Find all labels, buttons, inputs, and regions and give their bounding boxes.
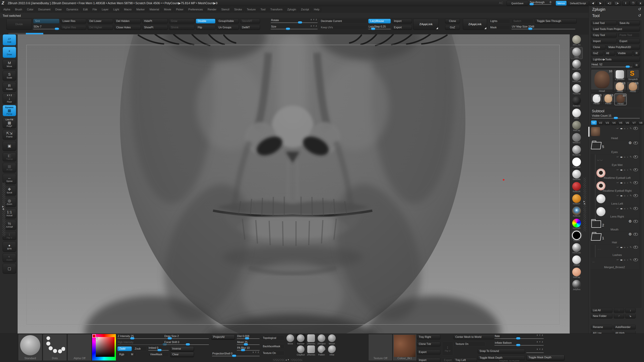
material-swatch[interactable]: Blinn: [570, 108, 582, 120]
visibility-pair-icon[interactable]: ●●: [620, 207, 622, 210]
tray-shrink-right-icon[interactable]: '''▶: [597, 1, 604, 6]
tool-button[interactable]: Dynamic ▦ Persp: [3, 105, 16, 116]
menu-item[interactable]: Help: [312, 7, 321, 12]
clone-button[interactable]: Clone: [445, 19, 460, 23]
pa-blur-slider[interactable]: PA Blur 10: [237, 347, 260, 351]
material-swatch[interactable]: Reflecte: [570, 96, 582, 108]
eye-icon[interactable]: [633, 220, 638, 223]
goz-button[interactable]: GoZ: [445, 25, 460, 30]
contrast-icon[interactable]: ◑: [626, 207, 628, 210]
menu-item[interactable]: Edit: [81, 7, 90, 12]
import-tool-button[interactable]: Import: [591, 39, 617, 43]
subtool-row[interactable]: ↩●●◖◗◑✎ Lens Left: [595, 193, 639, 206]
menu-item[interactable]: Layer: [100, 7, 110, 12]
tool-button[interactable]: ▱ Edit: [3, 34, 16, 45]
copy-tool-button[interactable]: Copy Tool: [591, 33, 617, 37]
toggle-mask-depth-button[interactable]: Toggle Mask Depth: [478, 356, 525, 360]
material-swatch[interactable]: MetalicC: [570, 133, 582, 145]
shaded-pair-icon[interactable]: ◖◗: [623, 127, 625, 130]
tool-button[interactable]: Line Fill ▦ PolyF: [3, 117, 16, 128]
brush-quick-icon[interactable]: ZRemes: [306, 334, 316, 345]
sculpt-brush-icon[interactable]: ✎: [630, 194, 632, 197]
menu-item[interactable]: Movie: [162, 7, 173, 12]
gear-icon[interactable]: ⚙: [628, 142, 632, 144]
del-hidden-button[interactable]: Del Hidden: [114, 19, 141, 23]
menu-item[interactable]: Macro: [122, 7, 134, 12]
visibility-pair-icon[interactable]: ●●: [620, 246, 622, 249]
move-out-button[interactable]: ↱: [614, 314, 624, 319]
texture-on-button[interactable]: Texture On: [261, 351, 284, 356]
sdiv-slider[interactable]: SDiv 7: [33, 25, 59, 30]
close-icon[interactable]: X: [637, 1, 644, 6]
alpha-thumbnail-off[interactable]: Alpha Off: [68, 334, 92, 361]
tray-left-button[interactable]: Tray Left: [454, 358, 477, 362]
export-button[interactable]: Export: [392, 25, 412, 30]
projectall-button[interactable]: ProjectAll: [211, 335, 235, 339]
size-slider[interactable]: Size X Y Z: [271, 25, 318, 30]
see-through-knob[interactable]: [530, 3, 534, 5]
flip-v-button[interactable]: ↕Flip V: [442, 341, 453, 356]
material-swatch[interactable]: zbro_mo: [570, 35, 582, 47]
brush-quick-icon[interactable]: Standar: [296, 334, 306, 345]
visibility-pair-icon[interactable]: ●●: [620, 127, 622, 130]
subtool-row[interactable]: ↩●●◖◗◑✎ Realtime Eyeball Right: [595, 180, 639, 193]
paste-tool-button[interactable]: Paste Tool: [618, 33, 640, 37]
tool-thumbnail-head[interactable]: 10 Head: [591, 93, 602, 105]
menu-item[interactable]: Tool: [258, 7, 267, 12]
clone-tool-button[interactable]: Clone: [591, 45, 606, 50]
goz-tool-button[interactable]: GoZ: [591, 51, 603, 56]
shaded-pair-icon[interactable]: ◖◗: [623, 246, 625, 249]
flip-button[interactable]: Flip: [196, 25, 215, 30]
inverse-button[interactable]: Inverse: [170, 347, 194, 351]
grow-button[interactable]: Grow: [169, 19, 194, 23]
toggle-mask-depth-2-button[interactable]: Toggle Mask Depth: [526, 355, 564, 360]
eye-icon[interactable]: [633, 246, 638, 249]
sv-square[interactable]: [96, 337, 114, 357]
z-intensity-slider[interactable]: Z Intensity 25: [118, 335, 166, 339]
eye-icon[interactable]: [633, 233, 638, 236]
subtool-row[interactable]: ↩●●◖◗◑✎ Merged_Brows2: [590, 257, 639, 270]
subtool-row[interactable]: 2 ⚙ Mouth: [590, 219, 639, 232]
menu-item[interactable]: Marker: [134, 7, 147, 12]
brush-quick-icon[interactable]: Flatten: [317, 346, 326, 356]
subtool-tab[interactable]: V4: [611, 120, 617, 125]
material-swatch[interactable]: ReflectY: [570, 194, 582, 206]
rgb-button[interactable]: Rgb: [118, 352, 128, 357]
contrast-icon[interactable]: ◑: [626, 127, 628, 130]
subtool-row[interactable]: ↩●●◖◗◑✎ Head: [590, 126, 639, 141]
visibility-pair-icon[interactable]: ●●: [620, 168, 622, 171]
menu-item[interactable]: Transform: [268, 7, 284, 12]
minimize-icon[interactable]: ↧: [622, 1, 629, 6]
tool-thumbnail-head-selected[interactable]: 10 Head: [614, 93, 627, 105]
brush-quick-icon[interactable]: ZRemes: [306, 346, 316, 356]
lazymouse-button[interactable]: LazyMouse: [368, 19, 391, 23]
subtool-row[interactable]: 5 ⚙ Eyes: [590, 141, 639, 155]
goz-r-button[interactable]: R: [634, 51, 640, 56]
menu-item[interactable]: File: [90, 7, 99, 12]
material-swatch[interactable]: HSVColo: [570, 71, 582, 83]
groupvisible-button[interactable]: GroupVisible: [217, 19, 239, 23]
tool-button[interactable]: ⇱⇲ Frame: [3, 130, 16, 140]
menu-item[interactable]: Dynamics: [64, 7, 80, 12]
tool-button[interactable]: R Rotate: [3, 82, 16, 92]
sculpt-brush-icon[interactable]: ✎: [630, 155, 632, 158]
eye-icon[interactable]: [633, 141, 638, 144]
material-swatch[interactable]: Satin: [570, 47, 582, 59]
clear-button[interactable]: Clear: [170, 352, 194, 357]
projectionshell-slider[interactable]: ProjectionShell 0 X Y Z: [212, 352, 260, 357]
material-swatch[interactable]: HSVColo: [570, 243, 582, 255]
shrink-button[interactable]: Shrink: [169, 25, 194, 30]
visibility-pair-icon[interactable]: ●●: [620, 181, 622, 184]
brush-thumbnail-standard[interactable]: Standard: [18, 334, 42, 361]
rotate-slider[interactable]: Rotate X Y Z: [271, 19, 318, 23]
color-picker[interactable]: [92, 334, 116, 361]
tool-button[interactable]: ● BPR: [3, 242, 16, 252]
lower-res-button[interactable]: Lower Res: [61, 19, 86, 23]
menu-item[interactable]: Zscript: [299, 7, 311, 12]
sculpt-brush-icon[interactable]: ✎: [630, 181, 632, 184]
divide-button[interactable]: Divide: [6, 19, 32, 30]
menu-item[interactable]: Color: [25, 7, 36, 12]
lazystep-slider[interactable]: LazyStep 0.25: [368, 25, 391, 30]
menu-item[interactable]: Picker: [174, 7, 185, 12]
tray-shrink-left-icon[interactable]: ◀''': [589, 1, 596, 6]
